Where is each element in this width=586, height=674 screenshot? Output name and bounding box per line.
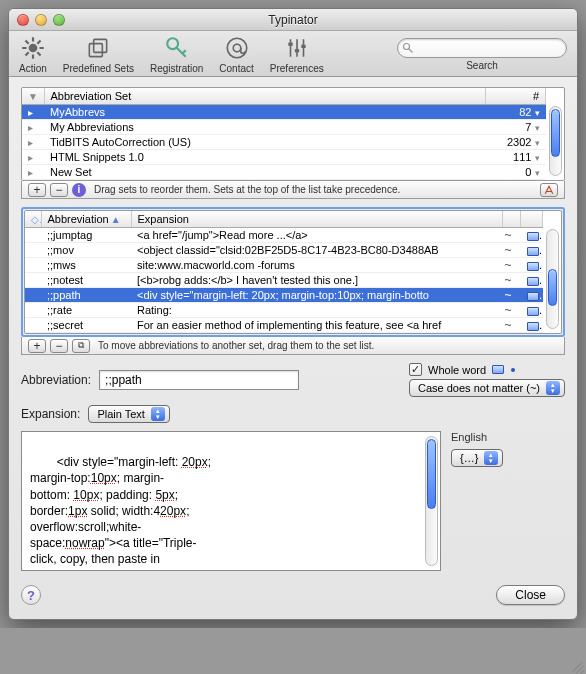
close-button[interactable]: Close bbox=[496, 585, 565, 605]
help-button[interactable]: ? bbox=[21, 585, 41, 605]
sets-col-name[interactable]: Abbreviation Set bbox=[44, 88, 486, 105]
row-type-icon bbox=[521, 228, 543, 243]
action-button[interactable]: Action bbox=[19, 35, 47, 74]
close-window-icon[interactable] bbox=[17, 14, 29, 26]
insert-placeholder-popup[interactable]: {…} bbox=[451, 449, 503, 467]
set-count: 7 ▾ bbox=[486, 120, 546, 135]
expansion-textarea[interactable]: <div style="margin-left: 20px; margin-to… bbox=[21, 431, 441, 571]
abbreviation-row[interactable]: ;;rateRating:~ bbox=[25, 303, 543, 318]
row-expansion: <div style="margin-left: 20px; margin-to… bbox=[131, 288, 503, 303]
set-row[interactable]: ▸TidBITS AutoCorrection (US)2302 ▾ bbox=[22, 135, 546, 150]
abbr-col-exp[interactable]: Expansion bbox=[131, 211, 503, 228]
whole-word-label: Whole word bbox=[428, 364, 486, 376]
disclosure-icon[interactable]: ▸ bbox=[22, 165, 44, 180]
expansion-type-popup[interactable]: Plain Text bbox=[88, 405, 170, 423]
abbr-scrollbar[interactable] bbox=[546, 229, 559, 329]
row-expansion: <object classid="clsid:02BF25D5-8C17-4B2… bbox=[131, 243, 503, 258]
svg-point-14 bbox=[227, 38, 247, 58]
row-abbr: ;;secret bbox=[41, 318, 131, 333]
abbr-col-case[interactable] bbox=[503, 211, 521, 228]
abbreviation-input[interactable] bbox=[99, 370, 299, 390]
set-name: HTML Snippets 1.0 bbox=[44, 150, 486, 165]
set-name: My Abbreviations bbox=[44, 120, 486, 135]
row-expansion: [<b>robg adds:</b> I haven't tested this… bbox=[131, 273, 503, 288]
sets-icon bbox=[85, 35, 111, 61]
popup-arrows-icon bbox=[484, 451, 498, 465]
sets-disclosure-header[interactable]: ▼ bbox=[22, 88, 44, 105]
info-icon[interactable]: i bbox=[72, 183, 86, 197]
zoom-window-icon[interactable] bbox=[53, 14, 65, 26]
svg-rect-9 bbox=[90, 44, 103, 57]
predefined-sets-button[interactable]: Predefined Sets bbox=[63, 35, 134, 74]
abbr-status-header[interactable]: ◇ bbox=[25, 211, 41, 228]
abbr-col-type[interactable] bbox=[521, 211, 543, 228]
svg-point-0 bbox=[29, 44, 38, 53]
set-count: 2302 ▾ bbox=[486, 135, 546, 150]
remove-abbr-button[interactable]: − bbox=[50, 339, 68, 353]
registration-label: Registration bbox=[150, 63, 203, 74]
search-icon bbox=[402, 42, 414, 54]
add-set-button[interactable]: + bbox=[28, 183, 46, 197]
main-window: Typinator Action Predefined Sets Registr… bbox=[8, 8, 578, 620]
placeholder-label: {…} bbox=[460, 452, 478, 464]
set-row[interactable]: ▸MyAbbrevs82 ▾ bbox=[22, 105, 546, 120]
sets-table: ▼ Abbreviation Set # ▸MyAbbrevs82 ▾▸My A… bbox=[21, 87, 565, 181]
row-case-icon: ~ bbox=[503, 273, 521, 288]
set-name: TidBITS AutoCorrection (US) bbox=[44, 135, 486, 150]
contact-label: Contact bbox=[219, 63, 253, 74]
svg-point-22 bbox=[404, 44, 410, 50]
abbreviation-row[interactable]: ;;mov<object classid="clsid:02BF25D5-8C1… bbox=[25, 243, 543, 258]
set-count: 82 ▾ bbox=[486, 105, 546, 120]
set-name: MyAbbrevs bbox=[44, 105, 486, 120]
expansion-scrollbar[interactable] bbox=[425, 436, 438, 566]
row-status bbox=[25, 303, 41, 318]
preferences-button[interactable]: Preferences bbox=[270, 35, 324, 74]
titlebar[interactable]: Typinator bbox=[9, 9, 577, 31]
sets-col-count[interactable]: # bbox=[486, 88, 546, 105]
abbreviation-row[interactable]: ;;mwssite:www.macworld.com -forums~ bbox=[25, 258, 543, 273]
row-abbr: ;;rate bbox=[41, 303, 131, 318]
abbreviation-row[interactable]: ;;ppath<div style="margin-left: 20px; ma… bbox=[25, 288, 543, 303]
registration-button[interactable]: Registration bbox=[150, 35, 203, 74]
row-case-icon: ~ bbox=[503, 228, 521, 243]
sets-scrollbar[interactable] bbox=[549, 106, 562, 176]
whole-word-checkbox[interactable] bbox=[409, 363, 422, 376]
search-input[interactable] bbox=[418, 42, 560, 54]
abbreviation-row[interactable]: ;;notest[<b>robg adds:</b> I haven't tes… bbox=[25, 273, 543, 288]
predefined-label: Predefined Sets bbox=[63, 63, 134, 74]
set-row[interactable]: ▸HTML Snippets 1.0111 ▾ bbox=[22, 150, 546, 165]
svg-rect-20 bbox=[295, 49, 299, 52]
row-abbr: ;;mov bbox=[41, 243, 131, 258]
case-label: Case does not matter (~) bbox=[418, 382, 540, 394]
preferences-label: Preferences bbox=[270, 63, 324, 74]
autocorrect-icon[interactable] bbox=[540, 183, 558, 197]
svg-line-5 bbox=[25, 40, 28, 43]
disclosure-icon[interactable]: ▸ bbox=[22, 150, 44, 165]
case-popup[interactable]: Case does not matter (~) bbox=[409, 379, 565, 397]
abbreviation-row[interactable]: ;;jumptag<a href="/jump">Read more ...</… bbox=[25, 228, 543, 243]
set-count: 0 ▾ bbox=[486, 165, 546, 180]
abbreviation-label: Abbreviation: bbox=[21, 373, 91, 387]
expansion-label: Expansion: bbox=[21, 407, 80, 421]
row-status bbox=[25, 228, 41, 243]
sliders-icon bbox=[284, 35, 310, 61]
disclosure-icon[interactable]: ▸ bbox=[22, 135, 44, 150]
abbreviation-row[interactable]: ;;secretFor an easier method of implemen… bbox=[25, 318, 543, 333]
remove-set-button[interactable]: − bbox=[50, 183, 68, 197]
row-abbr: ;;jumptag bbox=[41, 228, 131, 243]
set-row[interactable]: ▸New Set0 ▾ bbox=[22, 165, 546, 180]
disclosure-icon[interactable]: ▸ bbox=[22, 105, 44, 120]
duplicate-abbr-button[interactable]: ⧉ bbox=[72, 339, 90, 353]
minimize-window-icon[interactable] bbox=[35, 14, 47, 26]
set-row[interactable]: ▸My Abbreviations7 ▾ bbox=[22, 120, 546, 135]
search-field[interactable] bbox=[397, 38, 567, 58]
abbr-col-abbr[interactable]: Abbreviation▲ bbox=[41, 211, 131, 228]
disclosure-icon[interactable]: ▸ bbox=[22, 120, 44, 135]
add-abbr-button[interactable]: + bbox=[28, 339, 46, 353]
row-type-icon bbox=[521, 243, 543, 258]
set-name: New Set bbox=[44, 165, 486, 180]
action-label: Action bbox=[19, 63, 47, 74]
contact-button[interactable]: Contact bbox=[219, 35, 253, 74]
abbr-hint: To move abbreviations to another set, dr… bbox=[98, 340, 374, 351]
row-case-icon: ~ bbox=[503, 258, 521, 273]
